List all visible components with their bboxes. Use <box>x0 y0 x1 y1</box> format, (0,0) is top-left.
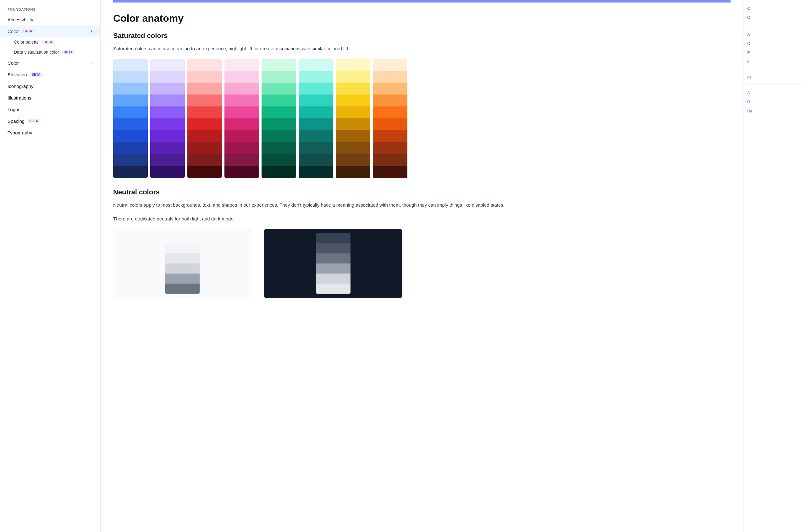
color-swatch <box>150 82 185 95</box>
color-swatch <box>373 95 407 107</box>
color-swatch <box>336 82 370 95</box>
color-swatch <box>299 142 333 154</box>
right-panel-item-c2[interactable]: C <box>747 14 802 21</box>
right-panel-item-c1[interactable]: C <box>747 5 802 12</box>
color-swatch <box>113 154 148 166</box>
sidebar-item-label: Color <box>7 60 19 65</box>
sidebar-sub-item-label: Color palette <box>14 40 39 44</box>
page-title: Color anatomy <box>113 13 731 24</box>
color-swatch <box>336 142 370 154</box>
color-swatch <box>224 166 259 178</box>
sidebar-item-color2[interactable]: Color › <box>0 57 100 69</box>
sidebar-item-color-palette[interactable]: Color palette BETA <box>0 37 100 47</box>
right-panel-item-a[interactable]: A <box>747 31 802 38</box>
sidebar-item-accessibility[interactable]: Accessibility <box>0 14 100 25</box>
color-swatch <box>336 130 370 142</box>
color-swatch <box>299 71 333 82</box>
sidebar-item-elevation[interactable]: Elevation BETA <box>0 69 100 80</box>
right-panel-item-d[interactable]: D <box>747 99 802 105</box>
chevron-down-icon: ▾ <box>91 29 93 34</box>
color-swatch <box>336 95 370 107</box>
sidebar-item-data-viz-color[interactable]: Data visualization color BETA <box>0 47 100 57</box>
right-panel-item-a2[interactable]: A <box>747 90 802 96</box>
sidebar-item-label: Accessibility <box>7 17 33 22</box>
color-swatch <box>113 95 148 107</box>
sidebar-item-typography[interactable]: Typography <box>0 127 100 138</box>
sidebar-item-label: Color <box>7 28 19 34</box>
color-swatch <box>261 59 296 71</box>
right-panel-item-c3[interactable]: C <box>747 40 802 47</box>
neutral-dark-swatch <box>316 284 350 293</box>
color-swatch <box>261 154 296 166</box>
color-swatch <box>150 166 185 178</box>
right-panel-item-e[interactable]: E <box>747 49 802 56</box>
top-bar <box>113 0 731 2</box>
right-panel-item-re[interactable]: Re <box>747 108 802 114</box>
color-swatch <box>336 166 370 178</box>
color-swatch <box>113 166 148 178</box>
color-swatch <box>150 59 185 71</box>
color-swatch <box>336 59 370 71</box>
sidebar-item-label: Typography <box>7 130 32 135</box>
color-swatch <box>187 107 222 118</box>
color-column-teal <box>299 59 333 178</box>
color-swatch <box>299 59 333 71</box>
color-swatch <box>224 71 259 82</box>
color-swatch <box>336 71 370 82</box>
neutral-color-swatches <box>113 229 731 298</box>
right-panel-item-in[interactable]: In <box>747 58 802 65</box>
sidebar-item-label: Illustrations <box>7 95 32 100</box>
color-swatch <box>373 130 407 142</box>
data-viz-beta-badge: BETA <box>62 50 74 54</box>
color-column-green <box>261 59 296 178</box>
sidebar-item-label: Spacing <box>7 118 24 124</box>
color-swatch <box>187 71 222 82</box>
color-swatch <box>187 166 222 178</box>
color-swatch <box>113 82 148 95</box>
right-panel-divider3 <box>747 84 802 84</box>
elevation-beta-badge: BETA <box>30 73 42 77</box>
color-swatch <box>373 142 407 154</box>
color-swatch <box>336 118 370 130</box>
color-swatch <box>150 118 185 130</box>
color-swatch <box>113 130 148 142</box>
color-swatch <box>299 82 333 95</box>
color-beta-badge: BETA <box>22 29 34 33</box>
neutral-light-swatch <box>165 284 200 293</box>
neutral-dark-swatches <box>316 233 350 293</box>
sidebar-item-color[interactable]: Color BETA ▾ <box>0 25 100 37</box>
color-swatch <box>373 154 407 166</box>
saturated-color-swatches <box>113 59 731 178</box>
color-swatch <box>113 142 148 154</box>
right-panel-section-label: In <box>747 75 802 79</box>
right-panel: C C A C E In In A D Re <box>743 0 806 532</box>
color-swatch <box>261 82 296 95</box>
color-swatch <box>373 107 407 118</box>
neutral-dark-swatch <box>316 253 350 264</box>
sidebar-item-iconography[interactable]: Iconography <box>0 80 100 92</box>
color-column-blue <box>113 59 148 178</box>
sidebar-sub-item-label: Data visualization color <box>14 50 59 55</box>
color-swatch <box>187 95 222 107</box>
neutral-light-swatches <box>165 233 200 293</box>
sidebar-item-spacing[interactable]: Spacing BETA <box>0 115 100 127</box>
color-swatch <box>336 107 370 118</box>
color-swatch <box>150 71 185 82</box>
color-swatch <box>187 130 222 142</box>
neutral-colors-title: Neutral colors <box>113 188 731 196</box>
color-swatch <box>299 154 333 166</box>
color-swatch <box>150 142 185 154</box>
color-column-red <box>187 59 222 178</box>
neutral-dark-swatch <box>316 243 350 253</box>
color-swatch <box>261 130 296 142</box>
color-swatch <box>261 95 296 107</box>
neutral-light-swatch <box>165 264 200 273</box>
color-swatch <box>261 166 296 178</box>
sidebar-item-illustrations[interactable]: Illustrations <box>0 92 100 103</box>
color-column-yellow <box>336 59 370 178</box>
color-column-purple <box>150 59 185 178</box>
sidebar-item-logos[interactable]: Logos <box>0 103 100 115</box>
color-swatch <box>224 154 259 166</box>
color-swatch <box>224 107 259 118</box>
color-swatch <box>224 130 259 142</box>
